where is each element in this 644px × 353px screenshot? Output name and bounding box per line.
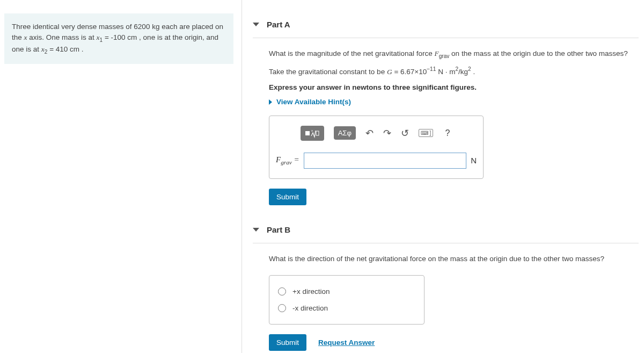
constant-text: Take the gravitational constant to be G … <box>269 65 633 77</box>
problem-statement: Three identical very dense masses of 620… <box>4 13 233 64</box>
instruction-text: Express your answer in newtons to three … <box>269 82 633 93</box>
template-tool-button[interactable]: x <box>301 126 324 141</box>
redo-icon[interactable]: ↷ <box>383 127 391 139</box>
collapse-icon[interactable] <box>253 23 259 26</box>
part-a: Part A What is the magnitude of the net … <box>253 13 639 205</box>
divider <box>253 243 639 243</box>
option-minus-x[interactable]: -x direction <box>278 300 415 316</box>
keyboard-icon[interactable]: ⌨ ] <box>419 129 434 137</box>
reset-icon[interactable]: ↺ <box>401 127 409 139</box>
greek-tool-button[interactable]: ΑΣφ <box>334 126 356 140</box>
svg-rect-2 <box>316 131 319 135</box>
answer-box: x ΑΣφ ↶ ↷ ↺ ⌨ ] ? Fgrav = N <box>269 116 484 179</box>
svg-text:x: x <box>311 129 313 132</box>
chevron-right-icon <box>269 99 272 105</box>
radio-minus-x[interactable] <box>278 304 286 312</box>
radio-group: +x direction -x direction <box>269 275 425 325</box>
part-b: Part B What is the direction of the net … <box>253 219 639 351</box>
option-plus-x[interactable]: +x direction <box>278 283 415 300</box>
answer-prefix: Fgrav = <box>276 155 299 165</box>
request-answer-link[interactable]: Request Answer <box>318 338 375 347</box>
submit-button-b[interactable]: Submit <box>269 334 306 351</box>
undo-icon[interactable]: ↶ <box>365 127 374 139</box>
question-text-b: What is the direction of the net gravita… <box>269 253 633 265</box>
help-icon[interactable]: ? <box>443 128 452 138</box>
divider <box>253 38 639 38</box>
answer-unit: N <box>471 156 477 165</box>
part-b-title: Part B <box>267 225 290 234</box>
svg-rect-0 <box>305 131 310 135</box>
radio-plus-x[interactable] <box>278 287 286 296</box>
question-text: What is the magnitude of the net gravita… <box>269 48 633 61</box>
view-hints-link[interactable]: View Available Hint(s) <box>269 98 633 106</box>
submit-button-a[interactable]: Submit <box>269 189 306 205</box>
answer-input[interactable] <box>304 153 466 169</box>
collapse-icon[interactable] <box>253 228 259 232</box>
part-a-title: Part A <box>267 20 290 29</box>
